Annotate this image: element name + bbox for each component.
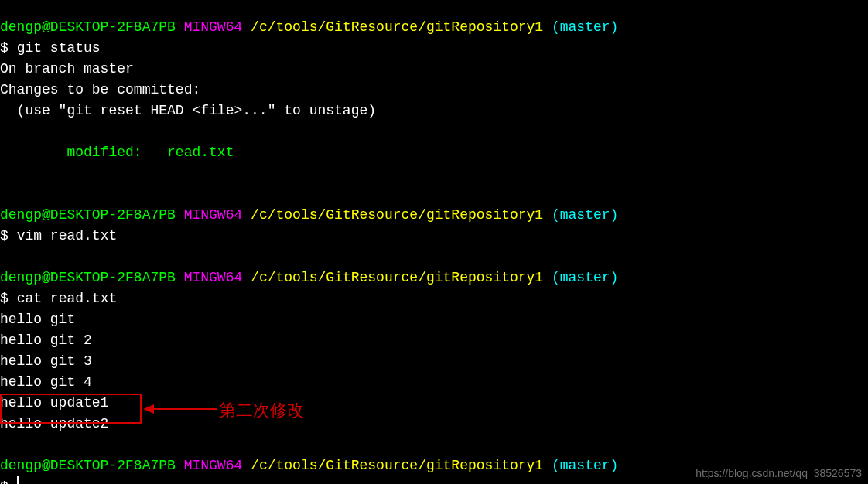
output-line: On branch master [0,59,868,80]
output-line: hello update2 [0,414,868,435]
command-line: $ [0,476,868,484]
cursor [17,476,19,484]
blank-line [0,184,868,205]
command-line: $ cat read.txt [0,288,868,309]
output-line: modified: read.txt [0,142,868,163]
blank-line [0,247,868,268]
output-line: hello update1 [0,393,868,414]
terminal[interactable]: dengp@DESKTOP-2F8A7PB MINGW64 /c/tools/G… [0,17,868,484]
output-line: hello git 4 [0,372,868,393]
command-line: $ vim read.txt [0,226,868,247]
prompt-line: dengp@DESKTOP-2F8A7PB MINGW64 /c/tools/G… [0,268,868,288]
blank-line [0,121,868,142]
blank-line [0,163,868,184]
prompt-line: dengp@DESKTOP-2F8A7PB MINGW64 /c/tools/G… [0,205,868,226]
output-line: hello git 2 [0,330,868,351]
prompt-line: dengp@DESKTOP-2F8A7PB MINGW64 /c/tools/G… [0,455,868,476]
output-line: Changes to be committed: [0,80,868,101]
output-line: (use "git reset HEAD <file>..." to unsta… [0,101,868,121]
command-line: $ git status [0,38,868,59]
output-line: hello git 3 [0,351,868,372]
prompt-line: dengp@DESKTOP-2F8A7PB MINGW64 /c/tools/G… [0,17,868,38]
output-line: hello git [0,309,868,330]
blank-line [0,435,868,455]
